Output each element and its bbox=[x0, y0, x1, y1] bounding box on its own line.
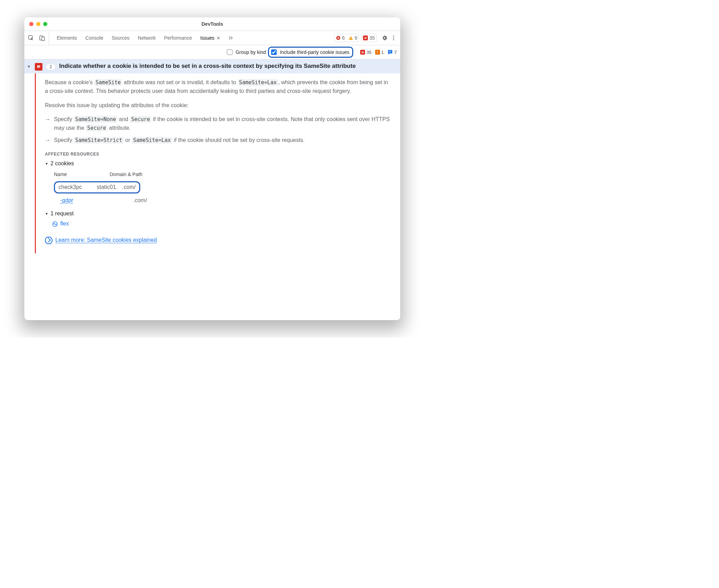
warning-triangle-icon bbox=[348, 35, 353, 40]
svg-rect-4 bbox=[350, 37, 351, 39]
console-errors-badge[interactable]: 6 9 bbox=[334, 34, 359, 42]
error-square-icon: ✕ bbox=[360, 50, 365, 55]
requests-disclosure[interactable]: ▼ 1 request bbox=[45, 209, 391, 218]
tab-network[interactable]: Network bbox=[134, 31, 160, 45]
devtools-window: DevTools Elements bbox=[24, 17, 400, 320]
network-icon bbox=[52, 221, 58, 227]
issues-filterbar: Group by kind Include third-party cookie… bbox=[24, 45, 400, 59]
tab-performance[interactable]: Performance bbox=[160, 31, 196, 45]
cookies-table: Name Domain & Path check3pc static01. .c… bbox=[52, 169, 391, 206]
filter-warnings-count[interactable]: ! 1 bbox=[375, 50, 384, 55]
info-bubble-icon bbox=[387, 49, 393, 55]
issue-title: Indicate whether a cookie is intended to… bbox=[59, 62, 356, 70]
collapse-icon[interactable]: ▼ bbox=[26, 62, 31, 69]
more-menu-icon[interactable] bbox=[390, 35, 397, 41]
learn-more-link[interactable]: Learn more: SameSite cookies explained bbox=[45, 236, 157, 245]
table-row[interactable]: check3pc static01. .com/ bbox=[52, 180, 391, 195]
third-party-cookie-callout: Include third-party cookie issues bbox=[268, 47, 353, 58]
table-row[interactable]: -gdpr .com/ bbox=[52, 195, 391, 206]
svg-point-8 bbox=[393, 39, 394, 40]
error-circle-icon bbox=[336, 35, 341, 40]
tab-sources[interactable]: Sources bbox=[108, 31, 134, 45]
include-third-party-checkbox[interactable]: Include third-party cookie issues bbox=[270, 48, 349, 56]
inspect-element-icon[interactable] bbox=[28, 35, 34, 41]
svg-rect-5 bbox=[350, 39, 351, 39]
issue-error-icon: ✕ bbox=[363, 35, 368, 40]
highlighted-cookie: check3pc static01. .com/ bbox=[54, 181, 140, 193]
filter-errors-count[interactable]: ✕ 35 bbox=[360, 50, 371, 55]
issues-count-badge[interactable]: ✕ 35 bbox=[361, 34, 377, 42]
tab-elements[interactable]: Elements bbox=[53, 31, 81, 45]
cookies-disclosure[interactable]: ▼ 2 cookies bbox=[45, 159, 391, 168]
svg-point-10 bbox=[53, 222, 57, 227]
tab-console[interactable]: Console bbox=[81, 31, 107, 45]
issue-paragraph: Resolve this issue by updating the attri… bbox=[45, 101, 391, 110]
arrow-icon: → bbox=[45, 115, 50, 133]
svg-point-7 bbox=[393, 38, 394, 39]
issue-header[interactable]: ▼ ✕ 2 Indicate whether a cookie is inten… bbox=[24, 59, 400, 73]
more-tabs-icon[interactable] bbox=[224, 31, 237, 45]
svg-rect-2 bbox=[42, 37, 45, 41]
request-link[interactable]: flex bbox=[52, 220, 69, 228]
devtools-tabs: Elements Console Sources Network Perform… bbox=[49, 31, 237, 45]
warning-square-icon: ! bbox=[375, 50, 380, 55]
column-domain: Domain & Path bbox=[110, 171, 142, 178]
tab-issues[interactable]: Issues ✕ bbox=[196, 31, 224, 45]
svg-text:✕: ✕ bbox=[38, 65, 40, 67]
window-title: DevTools bbox=[24, 21, 400, 27]
window-close-icon[interactable] bbox=[29, 22, 33, 26]
settings-icon[interactable] bbox=[381, 35, 388, 41]
affected-resources-heading: AFFECTED RESOURCES bbox=[45, 151, 391, 158]
chevron-down-icon: ▼ bbox=[45, 161, 48, 167]
filter-info-count[interactable]: 7 bbox=[387, 49, 397, 55]
window-titlebar: DevTools bbox=[24, 17, 400, 31]
issue-bullet: → Specify SameSite=Strict or SameSite=La… bbox=[45, 136, 391, 145]
svg-point-6 bbox=[393, 35, 394, 37]
device-toggle-icon[interactable] bbox=[39, 35, 45, 41]
chevron-down-icon: ▼ bbox=[45, 211, 48, 217]
issue-paragraph: Because a cookie's SameSite attribute wa… bbox=[45, 78, 391, 96]
window-zoom-icon[interactable] bbox=[43, 22, 47, 26]
issue-severity-icon: ✕ bbox=[35, 63, 42, 71]
group-by-kind-checkbox[interactable]: Group by kind bbox=[226, 48, 266, 56]
arrow-icon: → bbox=[45, 136, 50, 145]
issue-bullet: → Specify SameSite=None and Secure if th… bbox=[45, 115, 391, 133]
devtools-toolbar: Elements Console Sources Network Perform… bbox=[24, 31, 400, 45]
issue-body: Because a cookie's SameSite attribute wa… bbox=[24, 73, 400, 253]
external-link-icon bbox=[45, 237, 53, 244]
issue-count-badge: 2 bbox=[46, 63, 56, 70]
window-minimize-icon[interactable] bbox=[36, 22, 40, 26]
close-tab-icon[interactable]: ✕ bbox=[216, 35, 220, 41]
column-name: Name bbox=[54, 171, 110, 178]
